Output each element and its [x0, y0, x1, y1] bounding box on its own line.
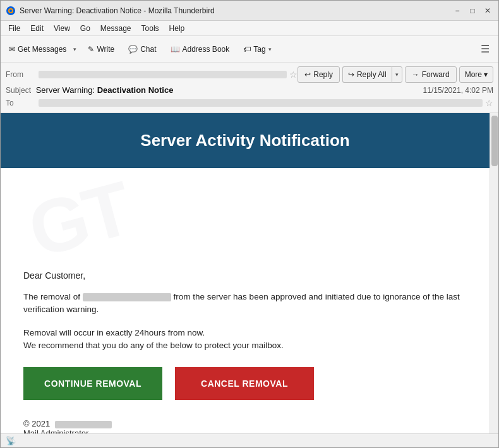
from-label: From	[6, 70, 39, 79]
address-book-label: Address Book	[183, 45, 230, 54]
svg-point-2	[9, 9, 12, 12]
address-book-button[interactable]: 📖 Address Book	[165, 40, 236, 59]
scrollbar[interactable]	[490, 113, 498, 433]
menu-file[interactable]: File	[3, 23, 25, 34]
redacted-email	[83, 293, 171, 301]
minimize-button[interactable]: −	[452, 5, 463, 16]
get-messages-dropdown[interactable]: ▾	[71, 40, 80, 59]
forward-icon: →	[412, 70, 419, 79]
reply-all-button[interactable]: ↪ Reply All	[342, 66, 392, 83]
write-icon: ✎	[88, 45, 94, 54]
from-row: From ☆ ↩ Reply ↪ Reply All ▾ →	[6, 65, 493, 84]
status-bar: 📡	[1, 433, 498, 447]
banner-title: Server Activity Notification	[140, 131, 349, 150]
subject-label: Subject	[6, 86, 31, 95]
close-button[interactable]: ✕	[482, 5, 493, 16]
paragraph2-line2: We recommend that you do any of the belo…	[23, 341, 284, 350]
footer-copyright: © 2021	[23, 419, 50, 428]
footer-name-redacted	[55, 421, 112, 428]
from-value	[39, 71, 287, 78]
reply-all-dropdown[interactable]: ▾	[392, 66, 402, 83]
paragraph1-pre: The removal of	[23, 292, 80, 301]
email-body: Server Activity Notification GT Dear Cus…	[1, 113, 490, 433]
maximize-button[interactable]: □	[467, 5, 478, 16]
radio-tower-icon: 📡	[6, 436, 16, 445]
menu-edit[interactable]: Edit	[25, 23, 49, 34]
get-messages-label: Get Messages	[18, 45, 66, 54]
footer-copyright-line: © 2021	[23, 419, 467, 428]
email-paragraph-2: Removal will occur in exactly 24hours fr…	[23, 327, 467, 353]
email-footer: © 2021 Mail Administrator	[23, 419, 467, 433]
address-book-icon: 📖	[171, 45, 180, 54]
email-banner: Server Activity Notification	[1, 113, 490, 168]
window-title: Server Warning: Deactivation Notice - Mo…	[20, 6, 452, 15]
chat-label: Chat	[140, 45, 156, 54]
more-label: More	[465, 70, 482, 79]
email-date: 11/15/2021, 4:02 PM	[423, 86, 493, 95]
write-label: Write	[97, 45, 114, 54]
forward-button[interactable]: → Forward	[405, 66, 457, 83]
title-bar: Server Warning: Deactivation Notice - Mo…	[1, 1, 498, 21]
subject-value: Server Warning: Deactivation Notice	[36, 85, 174, 95]
tag-icon: 🏷	[243, 45, 251, 54]
hamburger-menu[interactable]: ☰	[476, 40, 495, 58]
tag-dropdown-icon: ▾	[268, 46, 272, 52]
menu-help[interactable]: Help	[164, 23, 190, 34]
main-toolbar: ✉ Get Messages ▾ ✎ Write 💬 Chat 📖 Addres…	[1, 36, 498, 63]
watermark: GT	[20, 168, 471, 274]
forward-label: Forward	[422, 70, 450, 79]
to-value	[39, 99, 483, 107]
subject-row: Subject Server Warning: Deactivation Not…	[6, 84, 493, 96]
chat-button[interactable]: 💬 Chat	[123, 40, 162, 59]
scrollbar-thumb[interactable]	[491, 116, 498, 166]
email-greeting: Dear Customer,	[23, 270, 467, 281]
tag-label: Tag	[253, 45, 265, 54]
chat-icon: 💬	[128, 45, 138, 54]
get-messages-group: ✉ Get Messages ▾	[4, 40, 80, 59]
continue-removal-button[interactable]: CONTINUE REMOVAL	[23, 367, 162, 400]
reply-all-group: ↪ Reply All ▾	[342, 66, 402, 83]
footer-title: Mail Administrator	[23, 428, 467, 433]
app-icon	[6, 6, 16, 16]
reply-button[interactable]: ↩ Reply	[298, 66, 340, 83]
more-button[interactable]: More ▾	[459, 66, 493, 83]
application-window: Server Warning: Deactivation Notice - Mo…	[0, 0, 499, 448]
to-star-icon[interactable]: ☆	[485, 98, 493, 108]
action-button-row: CONTINUE REMOVAL CANCEL REMOVAL	[23, 367, 467, 400]
paragraph2-line1: Removal will occur in exactly 24hours fr…	[23, 328, 205, 337]
email-header: From ☆ ↩ Reply ↪ Reply All ▾ →	[1, 63, 498, 113]
window-controls: − □ ✕	[452, 5, 493, 16]
to-row: To ☆	[6, 96, 493, 110]
subject-main: Deactivation Notice	[97, 85, 174, 95]
menu-go[interactable]: Go	[75, 23, 95, 34]
menu-view[interactable]: View	[49, 23, 75, 34]
reply-label: Reply	[313, 70, 333, 79]
menu-message[interactable]: Message	[95, 23, 136, 34]
get-messages-button[interactable]: ✉ Get Messages	[4, 40, 71, 59]
subject-prefix: Server Warning:	[36, 85, 97, 95]
reply-all-icon: ↪	[348, 70, 354, 79]
write-button[interactable]: ✎ Write	[82, 40, 120, 59]
email-body-scroll[interactable]: Server Activity Notification GT Dear Cus…	[1, 113, 490, 433]
email-paragraph-1: The removal of from the server has been …	[23, 291, 467, 317]
menu-tools[interactable]: Tools	[136, 23, 164, 34]
cancel-removal-button[interactable]: CANCEL REMOVAL	[175, 367, 314, 400]
reply-all-label: Reply All	[357, 70, 387, 79]
to-label: To	[6, 99, 39, 107]
menu-bar: File Edit View Go Message Tools Help	[1, 21, 498, 36]
email-content: GT Dear Customer, The removal of from th…	[1, 168, 490, 433]
tag-button[interactable]: 🏷 Tag ▾	[237, 40, 277, 59]
reply-icon: ↩	[304, 70, 311, 79]
star-icon[interactable]: ☆	[289, 70, 298, 80]
more-dropdown-icon: ▾	[484, 70, 488, 79]
inbox-icon: ✉	[9, 45, 15, 54]
email-body-wrapper: Server Activity Notification GT Dear Cus…	[1, 113, 498, 433]
